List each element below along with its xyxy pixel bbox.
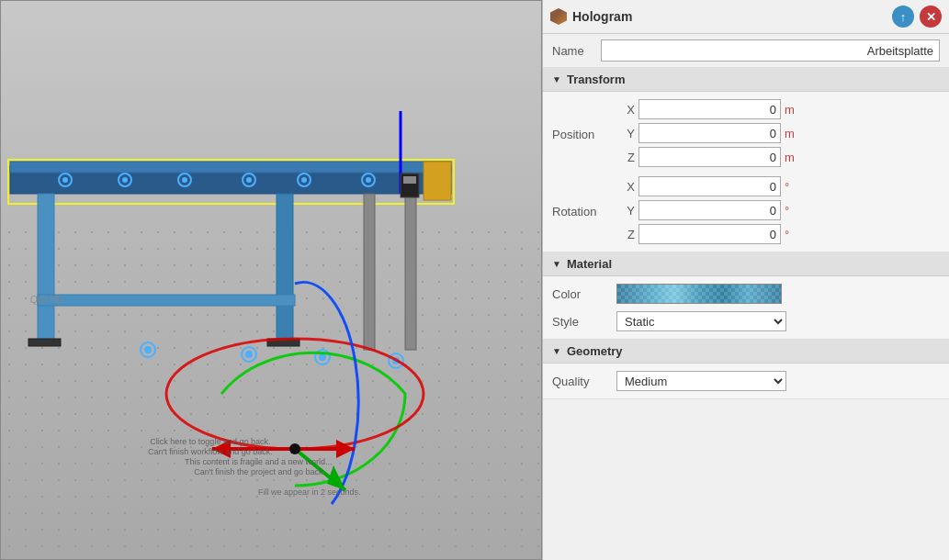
position-x-axis: X: [616, 103, 635, 117]
position-y-axis: Y: [616, 127, 635, 140]
svg-point-20: [301, 177, 307, 183]
position-y-unit: m: [785, 127, 799, 140]
rotation-z-row: Z °: [616, 224, 799, 244]
scroll-up-button[interactable]: ↑: [892, 6, 914, 28]
geometry-label: Geometry: [567, 344, 623, 358]
name-row: Name: [543, 34, 949, 68]
close-button[interactable]: ✕: [920, 6, 942, 28]
panel-title: Hologram: [572, 9, 887, 24]
material-label: Material: [567, 257, 612, 271]
material-properties: Color Style Static Dynamic Transparent W…: [543, 276, 949, 340]
svg-point-16: [182, 177, 187, 183]
quality-row: Quality Low Medium High Ultra: [543, 369, 949, 393]
rotation-y-axis: Y: [616, 204, 635, 218]
quality-label: Quality: [552, 375, 616, 388]
svg-rect-1: [10, 162, 451, 173]
transform-properties: Position X m Y m Z m: [543, 92, 949, 252]
position-z-input[interactable]: [638, 147, 781, 167]
name-label: Name: [552, 44, 593, 58]
rotation-z-unit: °: [785, 228, 799, 241]
rotation-x-input[interactable]: [638, 176, 781, 196]
rotation-axes: X ° Y ° Z °: [616, 176, 799, 244]
panel-header: Hologram ↑ ✕: [543, 0, 949, 34]
geometry-section-header[interactable]: ▼ Geometry: [543, 340, 949, 364]
position-z-unit: m: [785, 151, 799, 164]
position-z-axis: Z: [616, 151, 635, 164]
position-y-input[interactable]: [638, 123, 781, 143]
rotation-x-axis: X: [616, 180, 635, 194]
tooltip-text: Click here to toggle and go back. Can't …: [148, 437, 273, 458]
tooltip-text3: Fill we appear in 2 seconds.: [258, 487, 361, 497]
rotation-y-unit: °: [785, 204, 799, 218]
quit-hd-label: Quit HD: [30, 295, 63, 305]
scene-content: Quit HD Click here to toggle and go back…: [1, 1, 541, 559]
transform-arrow: ▼: [552, 74, 561, 84]
material-arrow: ▼: [552, 259, 561, 269]
tooltip-text2: This content is fragile and a new world.…: [185, 457, 333, 478]
position-z-row: Z m: [616, 147, 799, 167]
color-swatch[interactable]: [616, 284, 782, 304]
svg-point-42: [289, 443, 300, 454]
position-x-input[interactable]: [638, 99, 781, 119]
style-select[interactable]: Static Dynamic Transparent Wireframe: [616, 311, 786, 331]
position-x-row: X m: [616, 99, 799, 119]
svg-point-12: [62, 177, 68, 183]
viewport-3d[interactable]: Quit HD Click here to toggle and go back…: [0, 0, 542, 560]
transform-section-header[interactable]: ▼ Transform: [543, 68, 949, 92]
svg-marker-39: [336, 440, 355, 458]
position-label: Position: [552, 128, 594, 141]
position-axes: X m Y m Z m: [616, 99, 799, 167]
geometry-properties: Quality Low Medium High Ultra: [543, 364, 949, 399]
svg-rect-4: [38, 194, 54, 341]
material-section-header[interactable]: ▼ Material: [543, 252, 949, 276]
rotation-x-unit: °: [785, 180, 799, 194]
geometry-arrow: ▼: [552, 346, 561, 356]
style-label: Style: [552, 315, 616, 329]
svg-point-22: [366, 177, 371, 183]
style-row: Style Static Dynamic Transparent Wirefra…: [543, 309, 949, 333]
transform-label: Transform: [567, 73, 626, 86]
quality-select[interactable]: Low Medium High Ultra: [616, 371, 786, 391]
movement-arrows-svg: [185, 357, 368, 504]
color-row: Color: [543, 282, 949, 306]
rotation-label: Rotation: [552, 205, 596, 218]
properties-panel: Hologram ↑ ✕ Name ▼ Transform Position X…: [542, 0, 949, 560]
position-x-unit: m: [785, 103, 799, 117]
rotation-z-input[interactable]: [638, 224, 781, 244]
position-group: Position X m Y m Z m: [543, 97, 949, 169]
svg-rect-34: [403, 176, 416, 184]
svg-point-18: [246, 177, 252, 183]
rotation-y-input[interactable]: [638, 200, 781, 220]
svg-rect-2: [424, 162, 451, 200]
svg-rect-9: [28, 339, 61, 346]
rotation-x-row: X °: [616, 176, 799, 196]
name-input[interactable]: [601, 39, 940, 62]
color-label: Color: [552, 287, 616, 301]
position-y-row: Y m: [616, 123, 799, 143]
svg-point-14: [122, 177, 128, 183]
rotation-z-axis: Z: [616, 228, 635, 241]
rotation-y-row: Y °: [616, 200, 799, 220]
rotation-group: Rotation X ° Y ° Z °: [543, 174, 949, 246]
hologram-icon: [550, 8, 567, 25]
